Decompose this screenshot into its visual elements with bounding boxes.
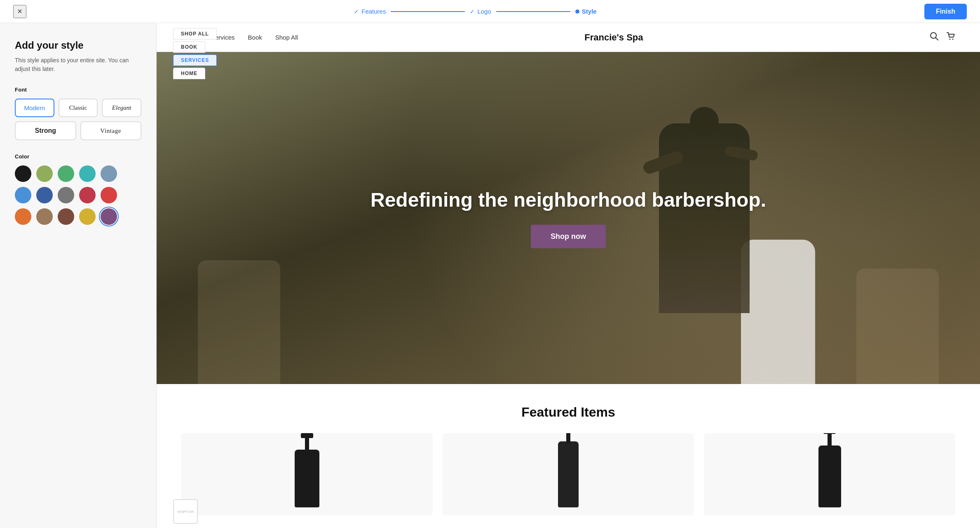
step-line-1 xyxy=(391,11,465,12)
featured-section: Featured Items reCAPTCHA xyxy=(157,384,980,528)
color-crimson[interactable] xyxy=(79,187,96,203)
check-icon: ✓ xyxy=(354,8,359,15)
hero-head xyxy=(690,107,719,136)
color-black[interactable] xyxy=(15,165,31,182)
step-line-2 xyxy=(496,11,570,12)
color-section-label: Color xyxy=(15,153,141,160)
hero-cta-button[interactable]: Shop now xyxy=(531,225,606,248)
color-brown[interactable] xyxy=(58,208,74,225)
font-modern[interactable]: Modern xyxy=(15,99,54,117)
overlay-book[interactable]: BOOK xyxy=(173,41,205,53)
active-dot xyxy=(575,9,579,14)
recaptcha-badge: reCAPTCHA xyxy=(173,499,198,524)
color-yellow[interactable] xyxy=(79,208,96,225)
hero-chair-left xyxy=(198,260,280,384)
step-logo: ✓ Logo xyxy=(470,8,491,15)
close-button[interactable]: × xyxy=(13,5,26,18)
product-bottle-3 xyxy=(818,446,841,507)
color-purple[interactable] xyxy=(101,208,117,225)
recaptcha-label: reCAPTCHA xyxy=(177,510,194,513)
color-teal[interactable] xyxy=(79,165,96,182)
progress-steps: ✓ Features ✓ Logo Style xyxy=(354,8,596,15)
step-style: Style xyxy=(575,8,597,15)
color-orange[interactable] xyxy=(15,208,31,225)
product-card-2 xyxy=(443,433,694,516)
step-logo-label: Logo xyxy=(477,8,491,15)
nav-overlays: SHOP ALL BOOK SERVICES HOME xyxy=(157,23,980,79)
font-elegant[interactable]: Elegant xyxy=(102,99,141,117)
product-bottle-1 xyxy=(295,450,319,507)
main-layout: Add your style This style applies to you… xyxy=(0,23,980,528)
font-options-row2: Strong Vintage xyxy=(15,121,141,140)
color-red[interactable] xyxy=(101,187,117,203)
font-options-row1: Modern Classic Elegant xyxy=(15,99,141,117)
step-style-label: Style xyxy=(582,8,597,15)
hero-client xyxy=(741,240,815,384)
font-strong[interactable]: Strong xyxy=(15,121,76,140)
featured-grid xyxy=(181,433,955,516)
style-panel: Add your style This style applies to you… xyxy=(0,23,157,528)
panel-title: Add your style xyxy=(15,40,141,51)
product-card-1 xyxy=(181,433,433,516)
site-preview: SHOP ALL BOOK SERVICES HOME Home Service… xyxy=(157,23,980,528)
featured-title: Featured Items xyxy=(181,405,955,420)
overlay-services[interactable]: SERVICES xyxy=(173,54,217,66)
color-green[interactable] xyxy=(58,165,74,182)
panel-description: This style applies to your entire site. … xyxy=(15,56,141,73)
font-section-label: Font xyxy=(15,87,141,93)
hero-chair-right xyxy=(856,269,939,384)
color-blue[interactable] xyxy=(15,187,31,203)
color-taupe[interactable] xyxy=(36,208,53,225)
overlay-home[interactable]: HOME xyxy=(173,68,205,79)
color-gray[interactable] xyxy=(58,187,74,203)
font-vintage[interactable]: Vintage xyxy=(80,121,142,140)
overlay-shop-all[interactable]: SHOP ALL xyxy=(173,28,217,40)
step-features-label: Features xyxy=(361,8,386,15)
hero-content: Redefining the neighborhood barbershop. … xyxy=(370,188,766,248)
top-bar: × ✓ Features ✓ Logo Style Finish xyxy=(0,0,980,23)
product-card-3 xyxy=(704,433,955,516)
hero-title: Redefining the neighborhood barbershop. xyxy=(370,188,766,212)
step-features: ✓ Features xyxy=(354,8,386,15)
color-sage[interactable] xyxy=(36,165,53,182)
check-icon-2: ✓ xyxy=(470,8,475,15)
color-palette xyxy=(15,165,141,225)
hero-section: Redefining the neighborhood barbershop. … xyxy=(157,52,980,384)
finish-button[interactable]: Finish xyxy=(924,4,967,19)
color-navy[interactable] xyxy=(36,187,53,203)
product-bottle-2 xyxy=(558,441,579,507)
font-classic[interactable]: Classic xyxy=(59,99,98,117)
color-slate[interactable] xyxy=(101,165,117,182)
